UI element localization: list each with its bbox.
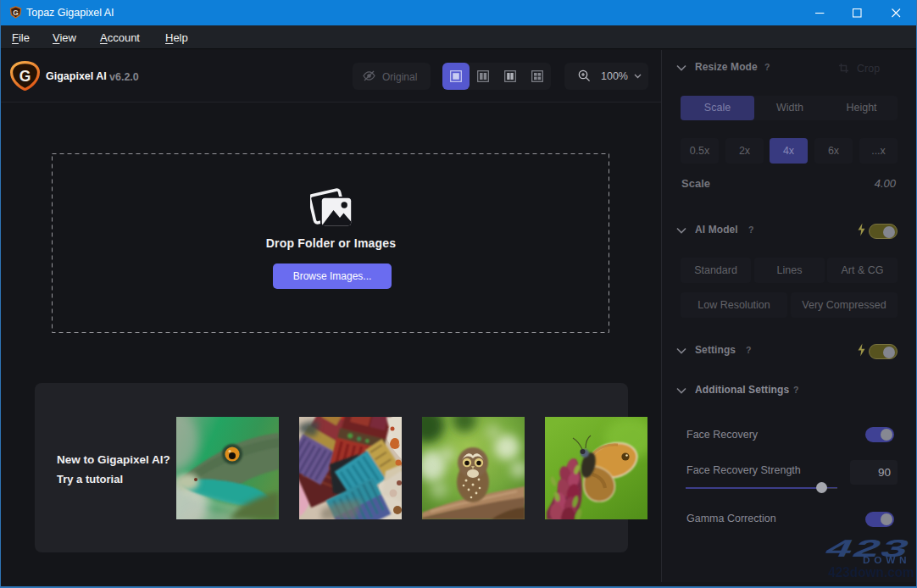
svg-text:G: G [19,68,31,85]
svg-text:G: G [13,8,19,17]
